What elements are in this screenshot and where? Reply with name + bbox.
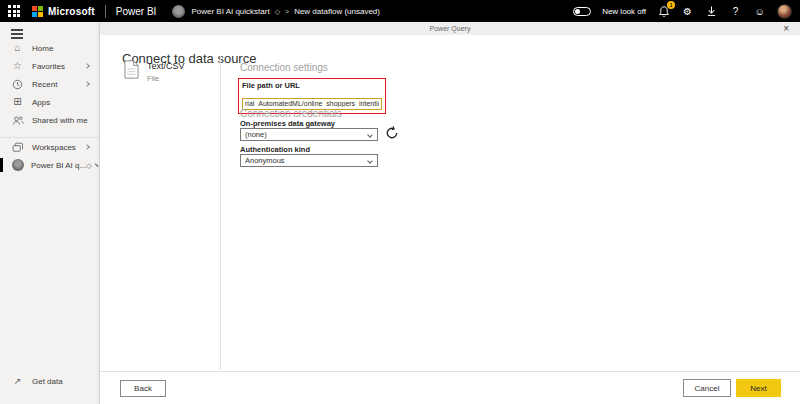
sidebar-item-label: Favorites xyxy=(32,62,65,71)
new-look-label: New look off xyxy=(602,7,646,16)
sidebar-item-workspaces[interactable]: Workspaces xyxy=(0,138,99,156)
microsoft-wordmark: Microsoft xyxy=(48,6,95,17)
connector-type: File xyxy=(147,74,185,83)
get-data-button[interactable]: ↗ Get data xyxy=(11,372,63,390)
notification-badge: 1 xyxy=(667,1,675,9)
gateway-dropdown[interactable]: (none) xyxy=(240,128,378,141)
arrow-up-right-icon: ↗ xyxy=(11,377,24,386)
auth-kind-dropdown[interactable]: Anonymous xyxy=(240,154,378,167)
topbar-divider xyxy=(105,5,106,18)
sidebar-item-current-workspace[interactable]: Power BI AI q... ◇ xyxy=(0,156,99,174)
sidebar-item-favorites[interactable]: ☆ Favorites xyxy=(0,57,99,75)
sidebar-item-apps[interactable]: ⊞ Apps xyxy=(0,93,99,111)
column-divider xyxy=(220,55,221,370)
sidebar-item-label: Home xyxy=(32,44,53,53)
topbar-right: New look off 1 ⚙ ? ☺ xyxy=(573,4,792,19)
next-button[interactable]: Next xyxy=(736,379,781,397)
breadcrumb: Power BI AI quickstart ◇ > New dataflow … xyxy=(191,7,380,16)
diamond-icon: ◇ xyxy=(86,162,91,169)
gateway-value: (none) xyxy=(245,130,267,139)
breadcrumb-separator: > xyxy=(285,8,289,15)
topbar-left: Microsoft Power BI Power BI AI quickstar… xyxy=(8,5,380,18)
people-icon xyxy=(11,115,24,126)
chevron-down-icon xyxy=(367,158,373,164)
back-button[interactable]: Back xyxy=(120,380,166,397)
footer-actions: Cancel Next xyxy=(683,379,781,397)
sidebar-item-label: Power BI AI q... xyxy=(31,161,86,170)
close-icon[interactable]: × xyxy=(783,24,789,34)
connector-name: Text/CSV xyxy=(147,61,185,71)
dialog-footer: Back Cancel Next xyxy=(100,371,800,404)
connector-item-text-csv[interactable]: Text/CSV File xyxy=(124,60,185,83)
chevron-down-icon xyxy=(94,163,98,167)
chevron-right-icon xyxy=(84,144,90,150)
sidebar-item-recent[interactable]: Recent xyxy=(0,75,99,93)
new-look-toggle[interactable] xyxy=(573,7,591,16)
connector-text: Text/CSV File xyxy=(147,60,185,83)
chevron-down-icon xyxy=(367,132,373,138)
home-icon: ⌂ xyxy=(11,43,24,53)
download-icon[interactable] xyxy=(705,5,718,18)
get-data-label: Get data xyxy=(32,377,63,386)
connection-credentials-header: Connection credentials xyxy=(240,108,342,119)
help-icon[interactable]: ? xyxy=(729,5,742,18)
clock-icon xyxy=(11,79,24,90)
topbar: Microsoft Power BI Power BI AI quickstar… xyxy=(0,0,800,22)
sidebar-item-label: Workspaces xyxy=(32,143,76,152)
power-query-frame-header: Power Query xyxy=(100,22,800,35)
workspace-avatar-icon xyxy=(12,159,24,171)
breadcrumb-page: New dataflow (unsaved) xyxy=(294,7,380,16)
sidebar: ⌂ Home ☆ Favorites Recent ⊞ Apps xyxy=(0,22,100,404)
power-bi-app: Microsoft Power BI Power BI AI quickstar… xyxy=(0,0,800,404)
chevron-right-icon xyxy=(84,63,90,69)
selected-indicator xyxy=(0,158,3,172)
sidebar-item-label: Shared with me xyxy=(32,116,88,125)
microsoft-logo-icon xyxy=(32,6,43,17)
workspace-avatar-icon[interactable] xyxy=(172,5,185,18)
app-launcher-icon[interactable] xyxy=(8,5,20,17)
sidebar-item-label: Apps xyxy=(32,98,50,107)
star-icon: ☆ xyxy=(11,61,24,71)
settings-gear-icon[interactable]: ⚙ xyxy=(681,5,694,18)
apps-icon: ⊞ xyxy=(11,97,24,107)
sidebar-item-home[interactable]: ⌂ Home xyxy=(0,39,99,57)
refresh-icon[interactable] xyxy=(385,126,399,140)
feedback-smiley-icon[interactable]: ☺ xyxy=(753,5,766,18)
gateway-label: On-premises data gateway xyxy=(240,119,335,128)
chevron-right-icon xyxy=(84,81,90,87)
sidebar-item-shared-with-me[interactable]: Shared with me xyxy=(0,111,99,129)
breadcrumb-workspace[interactable]: Power BI AI quickstart xyxy=(191,7,269,16)
powerbi-wordmark: Power BI xyxy=(116,6,157,17)
notifications-bell-icon[interactable]: 1 xyxy=(657,5,670,18)
connection-settings-header: Connection settings xyxy=(240,62,328,73)
diamond-icon: ◇ xyxy=(275,8,280,15)
file-document-icon xyxy=(124,60,139,79)
file-path-label: File path or URL xyxy=(242,81,382,90)
user-avatar[interactable] xyxy=(777,4,792,19)
sidebar-item-label: Recent xyxy=(32,80,57,89)
cancel-button[interactable]: Cancel xyxy=(683,379,731,397)
auth-kind-label: Authentication kind xyxy=(240,145,310,154)
connect-data-source-dialog: Power Query × Connect to data source Tex… xyxy=(100,22,800,404)
workspaces-icon xyxy=(11,142,24,153)
auth-kind-value: Anonymous xyxy=(245,156,285,165)
power-query-label: Power Query xyxy=(430,25,471,32)
sidebar-nav: ⌂ Home ☆ Favorites Recent ⊞ Apps xyxy=(0,39,99,174)
